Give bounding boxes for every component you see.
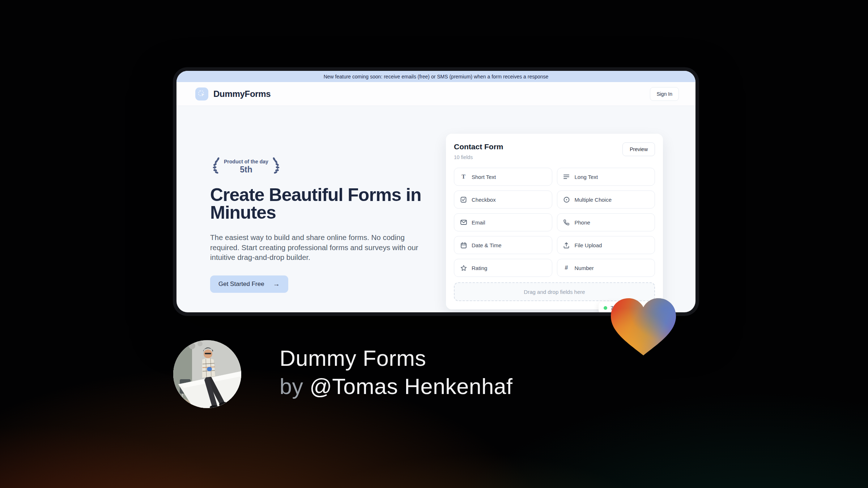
author-avatar [173, 340, 241, 408]
caption: Dummy Forms by @Tomas Henkenhaf [280, 344, 512, 401]
laurel-right-icon [271, 157, 282, 177]
multiple-choice-icon [563, 196, 570, 203]
drag-drop-text: Drag and drop fields here [524, 289, 585, 295]
brand-name: DummyForms [213, 89, 271, 99]
badge-rank: 5th [224, 165, 268, 175]
sign-in-button[interactable]: Sign In [650, 87, 679, 101]
caption-product-name: Dummy Forms [280, 344, 512, 372]
caption-byline: by @Tomas Henkenhaf [280, 372, 512, 401]
star-icon [460, 265, 467, 271]
get-started-button[interactable]: Get Started Free → [210, 275, 288, 293]
brand: DummyForms [195, 87, 271, 100]
field-checkbox[interactable]: Checkbox [454, 191, 552, 209]
hash-icon: # [563, 265, 570, 271]
product-of-the-day-badge: Product of the day 5th [210, 157, 282, 177]
form-builder-header: Contact Form 10 fields Preview [454, 142, 655, 160]
heart-logo-icon [607, 295, 680, 358]
hero-title: Create Beautiful Forms in Minutes [210, 186, 422, 222]
field-date-time[interactable]: Date & Time [454, 236, 552, 254]
badge-title: Product of the day [224, 159, 268, 164]
phone-icon [563, 219, 570, 226]
field-palette: T Short Text Long Text [454, 168, 655, 277]
arrow-right-icon: → [273, 280, 280, 288]
announcement-text: New feature coming soon: receive emails … [324, 74, 549, 80]
field-short-text[interactable]: T Short Text [454, 168, 552, 186]
checkbox-icon [460, 196, 467, 203]
upload-icon [563, 242, 570, 249]
form-builder-titles: Contact Form 10 fields [454, 142, 503, 160]
field-label: Long Text [575, 174, 598, 180]
website-page: New feature coming soon: receive emails … [176, 71, 695, 312]
field-label: Short Text [472, 174, 496, 180]
announcement-banner: New feature coming soon: receive emails … [176, 71, 695, 82]
field-label: File Upload [575, 242, 602, 248]
field-multiple-choice[interactable]: Multiple Choice [557, 191, 655, 209]
field-rating[interactable]: Rating [454, 259, 552, 277]
caption-author: @Tomas Henkenhaf [310, 374, 513, 399]
form-field-count: 10 fields [454, 154, 503, 160]
field-label: Date & Time [472, 242, 502, 248]
caption-by: by [280, 374, 303, 399]
email-icon [460, 219, 467, 226]
field-file-upload[interactable]: File Upload [557, 236, 655, 254]
field-label: Rating [472, 265, 487, 271]
form-builder-card: Contact Form 10 fields Preview T Short T… [446, 134, 663, 309]
field-label: Email [472, 219, 485, 226]
site-header: DummyForms Sign In [176, 82, 695, 106]
field-phone[interactable]: Phone [557, 213, 655, 231]
form-title: Contact Form [454, 142, 503, 151]
badge-text: Product of the day 5th [223, 159, 269, 175]
field-email[interactable]: Email [454, 213, 552, 231]
field-label: Multiple Choice [575, 197, 612, 203]
preview-button[interactable]: Preview [622, 142, 655, 156]
hero-description: The easiest way to build and share onlin… [210, 232, 419, 262]
short-text-icon: T [460, 174, 467, 180]
get-started-label: Get Started Free [218, 281, 264, 288]
laurel-left-icon [210, 157, 221, 177]
brand-logo-icon [195, 87, 208, 100]
long-text-icon [563, 174, 570, 180]
field-number[interactable]: # Number [557, 259, 655, 277]
browser-window: New feature coming soon: receive emails … [173, 67, 699, 316]
field-label: Checkbox [472, 197, 496, 203]
field-label: Number [575, 265, 594, 271]
field-long-text[interactable]: Long Text [557, 168, 655, 186]
calendar-icon [460, 242, 467, 249]
hero-section: Product of the day 5th Create Beautif [210, 157, 422, 293]
field-label: Phone [575, 219, 590, 226]
